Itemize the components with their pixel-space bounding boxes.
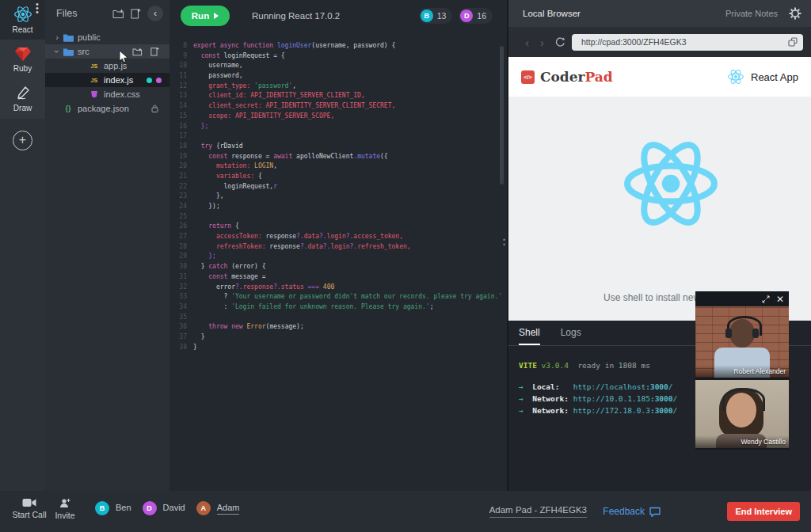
code-line[interactable]: 13 client_id: API_IDENTITY_SERVER_CLIENT… [169,91,507,101]
run-button[interactable]: Run [181,6,230,26]
participant-ben[interactable]: B Ben [95,501,131,515]
file-tree-item-index-css[interactable]: index.css [45,87,169,101]
rail-item-react[interactable]: ••• React [0,0,45,40]
line-number: 31 [169,272,187,283]
code-line[interactable]: 10 username, [169,61,507,71]
code-line[interactable]: 14 client_secret: API_IDENTITY_SERVER_CL… [169,101,507,112]
code-line[interactable]: 37 } [169,332,507,343]
new-folder-icon[interactable] [111,6,125,21]
line-number: 33 [169,292,187,302]
user-badge-david[interactable]: D 16 [459,8,493,24]
code-line[interactable]: 34 : 'Login failed for unknown reason. P… [169,302,507,313]
back-icon[interactable]: ‹ [525,36,529,49]
line-number: 21 [169,172,187,182]
code-line[interactable]: 24 }); [169,202,507,212]
brand-coder: Coder [540,69,585,85]
code-line[interactable]: 11 password, [169,71,507,82]
chevron-down-icon[interactable]: › [52,48,62,55]
editor-scrollbar[interactable] [500,46,504,184]
code-line[interactable]: 15 scope: API_IDENTITY_SERVER_SCOPE, [169,112,507,122]
file-tree-item-app-js[interactable]: JSapp.js [45,59,169,73]
line-number: 9 [169,51,187,62]
rail-label: Ruby [13,64,32,73]
code-line[interactable]: 8export async function loginUser(usernam… [169,41,507,51]
collapse-files-icon[interactable]: ‹ [147,6,163,21]
code-area[interactable]: 8export async function loginUser(usernam… [169,41,507,352]
line-number: 23 [169,192,187,202]
rail-item-draw[interactable]: Draw [0,79,45,119]
private-notes-link[interactable]: Private Notes [725,9,778,18]
file-tree-item-src[interactable]: ›src [45,44,169,59]
code-line[interactable]: 21 variables: { [169,172,507,182]
user-badge-ben[interactable]: B 13 [419,8,453,24]
video-tile-wendy[interactable]: Wendy Castillo [695,380,789,448]
add-language-button[interactable]: + [13,131,32,150]
code-line[interactable]: 35 [169,313,507,323]
participant-adam[interactable]: A Adam [196,501,240,515]
brand-pad: Pad [585,69,613,85]
shell-hint-text: Use shell to install new [603,292,700,303]
coderpad-logo-icon: </> [521,70,535,84]
video-tile-robert[interactable]: Robert Alexander [695,306,789,378]
code-line[interactable]: 32 error?.response?.status === 400 [169,283,507,293]
code-line[interactable]: 22 loginRequest,r [169,182,507,192]
code-line[interactable]: 12 grant_type: 'password', [169,82,507,92]
panel-resize-handle[interactable]: •• [503,238,505,247]
new-file-icon[interactable] [128,6,143,21]
end-interview-button[interactable]: End Interview [727,502,800,521]
code-line[interactable]: 38} [169,343,507,353]
code-line[interactable]: 31 const message = [169,272,507,283]
kebab-menu-icon[interactable]: ••• [32,2,42,15]
code-editor[interactable]: Run Running React 17.0.2 B 13 D 16 8expo… [169,0,507,491]
invite-button[interactable]: Invite [49,498,81,520]
pencil-icon [15,86,31,101]
file-name: package.json [78,104,129,113]
code-line[interactable]: 25 [169,212,507,222]
file-tree-item-public[interactable]: ›public [45,30,169,44]
code-line[interactable]: 36 throw new Error(message); [169,322,507,332]
code-line[interactable]: 23 }, [169,192,507,202]
browser-viewport: Use shell to install new [508,97,811,321]
code-line[interactable]: 17 [169,131,507,142]
reload-icon[interactable] [554,36,565,48]
new-file-icon[interactable] [147,44,162,59]
open-in-new-window-icon[interactable] [788,37,798,47]
code-line[interactable]: 26 return { [169,222,507,232]
participant-name: Robert Alexander [695,365,789,378]
code-line[interactable]: 33 ? 'Your username or password didn't m… [169,292,507,302]
new-folder-icon[interactable] [130,44,144,59]
js-file-icon: JS [87,78,101,83]
gear-icon[interactable] [789,7,801,20]
code-line[interactable]: 30 } catch (error) { [169,262,507,272]
chevron-right-icon[interactable]: › [53,32,61,42]
file-tree-item-package-json[interactable]: {}package.json [45,101,169,116]
code-line[interactable]: 28 refreshToken: response?.data?.login?.… [169,242,507,253]
code-line[interactable]: 16 }; [169,122,507,132]
code-line[interactable]: 19 const response = await apolloNewClien… [169,152,507,162]
url-bar[interactable]: http://cpad:3000/ZFH4EGK3 [572,34,803,51]
expand-video-icon[interactable] [762,295,770,303]
forward-icon[interactable]: › [540,36,544,49]
code-line[interactable]: 29 }; [169,252,507,262]
tab-logs[interactable]: Logs [561,321,581,345]
rail-item-ruby[interactable]: Ruby [0,40,45,79]
participant-david[interactable]: D David [143,501,185,515]
code-line[interactable]: 18 try {rDavid [169,142,507,152]
close-video-icon[interactable]: ✕ [776,294,784,304]
start-call-button[interactable]: Start Call [6,498,52,519]
video-call-overlay[interactable]: ✕ Robert Alexander Wendy Castillo [695,291,789,450]
code-line[interactable]: 27 accessToken: response?.data?.login?.a… [169,232,507,242]
feedback-button[interactable]: Feedback [603,506,661,517]
bottom-toolbar: Start Call Invite B Ben D David A Adam [0,491,811,532]
file-tree-item-index-js[interactable]: JSindex.js [45,73,169,87]
line-number: 25 [169,212,187,222]
css-file-icon [87,91,101,98]
participant-label: Adam [217,503,240,515]
code-line[interactable]: 20 mutation: LOGIN, [169,162,507,172]
line-number: 11 [169,71,187,82]
pad-title-input[interactable]: Adam Pad - ZFH4EGK3 [489,505,587,518]
line-number: 18 [169,142,187,152]
avatar: D [143,501,157,515]
code-line[interactable]: 9 const loginRequest = { [169,51,507,62]
tab-shell[interactable]: Shell [519,321,540,345]
